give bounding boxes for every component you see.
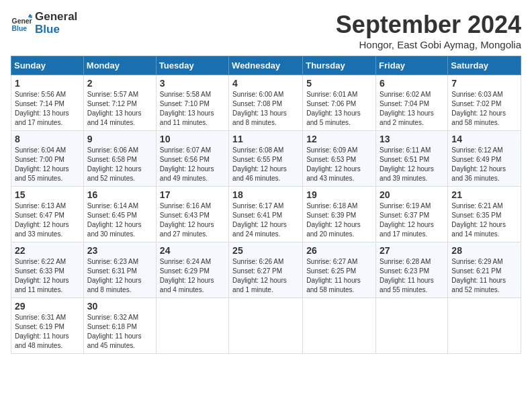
weekday-thursday: Thursday xyxy=(303,56,376,75)
day-info: Sunrise: 6:18 AM Sunset: 6:39 PM Dayligh… xyxy=(306,201,372,239)
calendar-cell: 25Sunrise: 6:26 AM Sunset: 6:27 PM Dayli… xyxy=(229,242,303,298)
day-info: Sunrise: 5:58 AM Sunset: 7:10 PM Dayligh… xyxy=(160,90,225,128)
calendar-cell: 12Sunrise: 6:09 AM Sunset: 6:53 PM Dayli… xyxy=(303,131,376,187)
calendar-cell: 14Sunrise: 6:12 AM Sunset: 6:49 PM Dayli… xyxy=(448,131,521,187)
day-info: Sunrise: 6:16 AM Sunset: 6:43 PM Dayligh… xyxy=(160,201,225,239)
day-info: Sunrise: 6:11 AM Sunset: 6:51 PM Dayligh… xyxy=(380,146,444,183)
calendar-cell xyxy=(229,298,303,354)
day-number: 25 xyxy=(232,245,299,256)
logo: General Blue General Blue xyxy=(11,11,77,36)
logo-general: General xyxy=(35,11,77,24)
calendar-cell: 24Sunrise: 6:24 AM Sunset: 6:29 PM Dayli… xyxy=(156,242,228,298)
day-number: 28 xyxy=(451,245,517,256)
calendar-cell xyxy=(376,298,448,354)
day-number: 21 xyxy=(451,189,517,200)
calendar-table: SundayMondayTuesdayWednesdayThursdayFrid… xyxy=(11,56,521,354)
day-info: Sunrise: 6:26 AM Sunset: 6:27 PM Dayligh… xyxy=(232,257,299,295)
calendar-cell: 17Sunrise: 6:16 AM Sunset: 6:43 PM Dayli… xyxy=(156,187,228,242)
calendar-cell: 10Sunrise: 6:07 AM Sunset: 6:56 PM Dayli… xyxy=(156,131,228,187)
day-number: 13 xyxy=(380,134,444,144)
day-number: 10 xyxy=(160,134,225,144)
day-number: 24 xyxy=(160,245,225,256)
day-info: Sunrise: 6:14 AM Sunset: 6:45 PM Dayligh… xyxy=(87,201,152,239)
day-number: 3 xyxy=(160,78,225,89)
weekday-header-row: SundayMondayTuesdayWednesdayThursdayFrid… xyxy=(11,56,521,75)
day-number: 12 xyxy=(306,134,372,144)
day-info: Sunrise: 6:28 AM Sunset: 6:23 PM Dayligh… xyxy=(380,257,444,295)
day-number: 4 xyxy=(232,78,299,89)
calendar-cell: 4Sunrise: 6:00 AM Sunset: 7:08 PM Daylig… xyxy=(229,75,303,131)
calendar-cell: 30Sunrise: 6:32 AM Sunset: 6:18 PM Dayli… xyxy=(83,298,156,354)
day-info: Sunrise: 6:07 AM Sunset: 6:56 PM Dayligh… xyxy=(160,146,225,183)
day-info: Sunrise: 6:09 AM Sunset: 6:53 PM Dayligh… xyxy=(306,146,372,183)
calendar-cell: 19Sunrise: 6:18 AM Sunset: 6:39 PM Dayli… xyxy=(303,187,376,242)
calendar-cell: 9Sunrise: 6:06 AM Sunset: 6:58 PM Daylig… xyxy=(83,131,156,187)
day-info: Sunrise: 6:04 AM Sunset: 7:00 PM Dayligh… xyxy=(15,146,80,183)
day-number: 8 xyxy=(15,134,80,144)
day-info: Sunrise: 6:17 AM Sunset: 6:41 PM Dayligh… xyxy=(232,201,299,239)
title-block: September 2024 Hongor, East Gobi Aymag, … xyxy=(336,11,521,50)
day-number: 23 xyxy=(87,245,152,256)
calendar-cell xyxy=(448,298,521,354)
day-number: 19 xyxy=(306,189,372,200)
calendar-week-3: 15Sunrise: 6:13 AM Sunset: 6:47 PM Dayli… xyxy=(11,187,521,242)
day-number: 9 xyxy=(87,134,152,144)
day-info: Sunrise: 6:32 AM Sunset: 6:18 PM Dayligh… xyxy=(87,313,152,351)
calendar-cell: 1Sunrise: 5:56 AM Sunset: 7:14 PM Daylig… xyxy=(11,75,84,131)
day-number: 17 xyxy=(160,189,225,200)
day-info: Sunrise: 6:24 AM Sunset: 6:29 PM Dayligh… xyxy=(160,257,225,295)
logo-blue: Blue xyxy=(35,24,77,36)
calendar-cell xyxy=(303,298,376,354)
day-info: Sunrise: 6:29 AM Sunset: 6:21 PM Dayligh… xyxy=(451,257,517,295)
day-number: 2 xyxy=(87,78,152,89)
day-info: Sunrise: 6:12 AM Sunset: 6:49 PM Dayligh… xyxy=(451,146,517,183)
page-header: General Blue General Blue September 2024… xyxy=(11,11,521,50)
day-info: Sunrise: 6:01 AM Sunset: 7:06 PM Dayligh… xyxy=(306,90,372,128)
calendar-cell: 8Sunrise: 6:04 AM Sunset: 7:00 PM Daylig… xyxy=(11,131,84,187)
day-info: Sunrise: 6:23 AM Sunset: 6:31 PM Dayligh… xyxy=(87,257,152,295)
calendar-cell: 13Sunrise: 6:11 AM Sunset: 6:51 PM Dayli… xyxy=(376,131,448,187)
day-number: 20 xyxy=(380,189,444,200)
day-number: 14 xyxy=(451,134,517,144)
weekday-sunday: Sunday xyxy=(11,56,84,75)
calendar-cell: 21Sunrise: 6:21 AM Sunset: 6:35 PM Dayli… xyxy=(448,187,521,242)
calendar-cell: 26Sunrise: 6:27 AM Sunset: 6:25 PM Dayli… xyxy=(303,242,376,298)
day-number: 30 xyxy=(87,301,152,312)
day-info: Sunrise: 6:13 AM Sunset: 6:47 PM Dayligh… xyxy=(15,201,80,239)
day-info: Sunrise: 5:56 AM Sunset: 7:14 PM Dayligh… xyxy=(15,90,80,128)
day-number: 5 xyxy=(306,78,372,89)
day-info: Sunrise: 6:06 AM Sunset: 6:58 PM Dayligh… xyxy=(87,146,152,183)
weekday-friday: Friday xyxy=(376,56,448,75)
weekday-saturday: Saturday xyxy=(448,56,521,75)
day-info: Sunrise: 6:03 AM Sunset: 7:02 PM Dayligh… xyxy=(451,90,517,128)
day-info: Sunrise: 6:22 AM Sunset: 6:33 PM Dayligh… xyxy=(15,257,80,295)
day-number: 29 xyxy=(15,301,80,312)
weekday-tuesday: Tuesday xyxy=(156,56,228,75)
day-number: 15 xyxy=(15,189,80,200)
calendar-cell xyxy=(156,298,228,354)
calendar-cell: 16Sunrise: 6:14 AM Sunset: 6:45 PM Dayli… xyxy=(83,187,156,242)
month-year: September 2024 xyxy=(336,11,521,39)
svg-text:General: General xyxy=(12,17,32,25)
day-info: Sunrise: 6:02 AM Sunset: 7:04 PM Dayligh… xyxy=(380,90,444,128)
calendar-cell: 28Sunrise: 6:29 AM Sunset: 6:21 PM Dayli… xyxy=(448,242,521,298)
location: Hongor, East Gobi Aymag, Mongolia xyxy=(336,39,521,50)
day-number: 26 xyxy=(306,245,372,256)
day-info: Sunrise: 6:27 AM Sunset: 6:25 PM Dayligh… xyxy=(306,257,372,295)
calendar-cell: 18Sunrise: 6:17 AM Sunset: 6:41 PM Dayli… xyxy=(229,187,303,242)
calendar-cell: 29Sunrise: 6:31 AM Sunset: 6:19 PM Dayli… xyxy=(11,298,84,354)
svg-text:Blue: Blue xyxy=(12,25,28,32)
day-number: 1 xyxy=(15,78,80,89)
day-number: 22 xyxy=(15,245,80,256)
calendar-cell: 5Sunrise: 6:01 AM Sunset: 7:06 PM Daylig… xyxy=(303,75,376,131)
calendar-cell: 3Sunrise: 5:58 AM Sunset: 7:10 PM Daylig… xyxy=(156,75,228,131)
calendar-cell: 22Sunrise: 6:22 AM Sunset: 6:33 PM Dayli… xyxy=(11,242,84,298)
calendar-cell: 15Sunrise: 6:13 AM Sunset: 6:47 PM Dayli… xyxy=(11,187,84,242)
calendar-cell: 2Sunrise: 5:57 AM Sunset: 7:12 PM Daylig… xyxy=(83,75,156,131)
calendar-cell: 6Sunrise: 6:02 AM Sunset: 7:04 PM Daylig… xyxy=(376,75,448,131)
logo-icon: General Blue xyxy=(11,13,32,34)
calendar-week-4: 22Sunrise: 6:22 AM Sunset: 6:33 PM Dayli… xyxy=(11,242,521,298)
day-number: 27 xyxy=(380,245,444,256)
calendar-week-5: 29Sunrise: 6:31 AM Sunset: 6:19 PM Dayli… xyxy=(11,298,521,354)
calendar-cell: 23Sunrise: 6:23 AM Sunset: 6:31 PM Dayli… xyxy=(83,242,156,298)
